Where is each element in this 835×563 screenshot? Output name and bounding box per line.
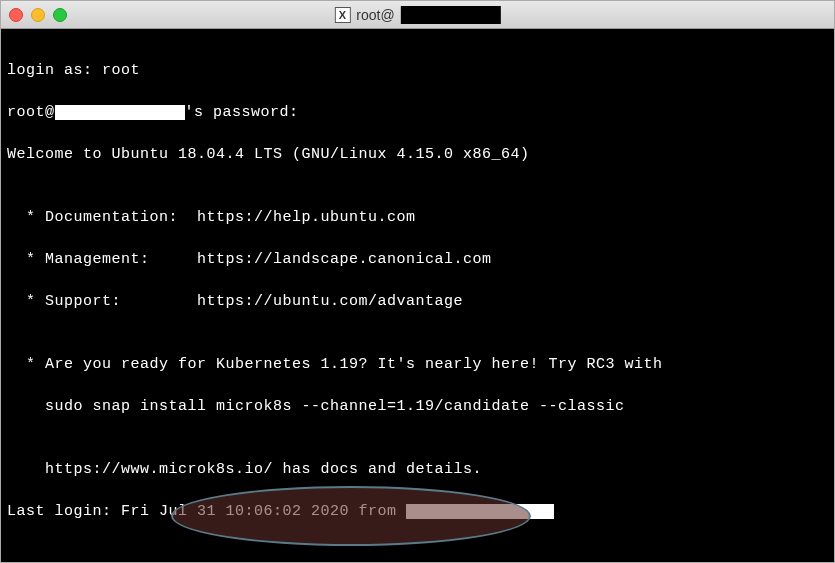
- title-hostname-redacted: [401, 6, 501, 24]
- terminal-window: X root@ login as: root root@'s password:…: [0, 0, 835, 563]
- maximize-button[interactable]: [53, 8, 67, 22]
- line-k8s-2: sudo snap install microk8s --channel=1.1…: [7, 396, 828, 417]
- last-login-ip-redacted: [406, 504, 554, 519]
- line-management: * Management: https://landscape.canonica…: [7, 249, 828, 270]
- close-button[interactable]: [9, 8, 23, 22]
- minimize-button[interactable]: [31, 8, 45, 22]
- titlebar: X root@: [1, 1, 834, 29]
- x11-icon: X: [334, 7, 350, 23]
- line-welcome: Welcome to Ubuntu 18.04.4 LTS (GNU/Linux…: [7, 144, 828, 165]
- window-controls: [9, 8, 67, 22]
- line-last-login: Last login: Fri Jul 31 10:06:02 2020 fro…: [7, 501, 828, 522]
- hostname-redacted: [55, 105, 185, 120]
- line-k8s-3: https://www.microk8s.io/ has docs and de…: [7, 459, 828, 480]
- terminal-body[interactable]: login as: root root@'s password: Welcome…: [1, 29, 834, 562]
- line-documentation: * Documentation: https://help.ubuntu.com: [7, 207, 828, 228]
- title-text: root@: [356, 7, 394, 23]
- window-title: X root@: [334, 6, 500, 24]
- line-support: * Support: https://ubuntu.com/advantage: [7, 291, 828, 312]
- line-password: root@'s password:: [7, 102, 828, 123]
- line-login-as: login as: root: [7, 60, 828, 81]
- line-k8s-1: * Are you ready for Kubernetes 1.19? It'…: [7, 354, 828, 375]
